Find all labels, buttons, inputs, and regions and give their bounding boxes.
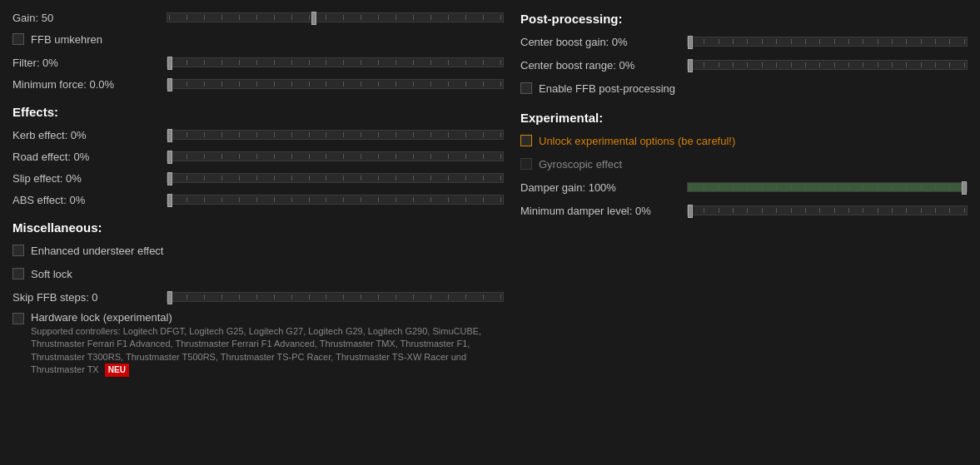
center-boost-gain-row: Center boost gain: 0% [520, 32, 968, 51]
filter-row: Filter: 0% [12, 53, 504, 72]
hardware-lock-checkbox[interactable] [12, 313, 24, 324]
skip-ffb-label: Skip FFB steps: 0 [12, 291, 158, 304]
kerb-effect-ticks [167, 131, 503, 139]
damper-gain-slider[interactable] [687, 182, 968, 192]
road-effect-row: Road effect: 0% [12, 147, 504, 166]
filter-ticks [167, 58, 503, 67]
center-boost-range-row: Center boost range: 0% [520, 56, 968, 74]
slip-effect-row: Slip effect: 0% [12, 169, 504, 187]
enable-ffb-checkbox[interactable] [520, 82, 532, 94]
ffb-umkehren-row: FFB umkehren [12, 30, 504, 48]
kerb-effect-thumb[interactable] [167, 129, 172, 142]
hardware-lock-row: Hardware lock (experimental) Supported c… [12, 311, 504, 377]
abs-effect-thumb[interactable] [167, 194, 172, 207]
kerb-effect-label: Kerb effect: 0% [12, 129, 158, 141]
skip-ffb-thumb[interactable] [167, 291, 172, 304]
soft-lock-checkbox[interactable] [12, 268, 24, 279]
kerb-effect-row: Kerb effect: 0% [12, 126, 504, 144]
soft-lock-row: Soft lock [12, 265, 504, 283]
road-effect-slider[interactable] [167, 151, 504, 161]
minimum-damper-label: Minimum damper level: 0% [520, 205, 687, 217]
neu-badge: NEU [105, 364, 129, 377]
gyroscopic-row: Gyroscopic effect [520, 155, 968, 173]
abs-effect-ticks [167, 195, 503, 204]
misc-title: Miscellaneous: [12, 220, 504, 235]
gain-ticks [167, 13, 503, 22]
slip-effect-slider[interactable] [167, 173, 504, 183]
soft-lock-label: Soft lock [31, 268, 72, 280]
minimum-damper-slider[interactable] [687, 205, 968, 215]
gain-thumb[interactable] [311, 12, 316, 25]
hardware-lock-content: Hardware lock (experimental) Supported c… [31, 311, 504, 377]
enhanced-understeer-checkbox[interactable] [12, 245, 24, 256]
unlock-experimental-checkbox[interactable] [520, 135, 532, 146]
center-boost-gain-label: Center boost gain: 0% [520, 36, 687, 48]
center-boost-range-label: Center boost range: 0% [520, 59, 687, 72]
unlock-experimental-label: Unlock experimental options (be careful!… [539, 135, 735, 147]
road-effect-ticks [167, 152, 503, 161]
minimum-damper-row: Minimum damper level: 0% [520, 201, 968, 220]
minimum-force-thumb[interactable] [167, 78, 172, 92]
minimum-force-row: Minimum force: 0.0% [12, 75, 504, 93]
hardware-lock-title: Hardware lock (experimental) [31, 311, 504, 324]
road-effect-thumb[interactable] [167, 151, 172, 164]
ffb-umkehren-checkbox[interactable] [12, 33, 24, 45]
hardware-lock-desc: Supported controllers: Logitech DFGT, Lo… [31, 325, 504, 377]
damper-gain-row: Damper gain: 100% [520, 178, 968, 196]
filter-thumb[interactable] [167, 57, 172, 70]
minimum-force-slider[interactable] [167, 79, 504, 89]
center-boost-gain-thumb[interactable] [688, 36, 693, 49]
left-panel: Gain: 50 FFB umkehren Filter: 0% [12, 8, 504, 457]
filter-label: Filter: 0% [12, 57, 158, 69]
right-panel: Post-processing: Center boost gain: 0% C… [520, 8, 968, 457]
enable-ffb-row: Enable FFB post-processing [520, 79, 968, 97]
gyroscopic-label: Gyroscopic effect [539, 158, 622, 171]
abs-effect-label: ABS effect: 0% [12, 194, 158, 206]
filter-slider[interactable] [167, 57, 504, 67]
gyroscopic-checkbox[interactable] [520, 158, 532, 170]
center-boost-range-slider[interactable] [687, 60, 968, 70]
gain-slider[interactable] [167, 12, 504, 22]
slip-effect-ticks [167, 174, 503, 182]
gain-row: Gain: 50 [12, 8, 504, 27]
effects-title: Effects: [12, 105, 504, 119]
ffb-umkehren-label: FFB umkehren [31, 33, 102, 46]
gain-label: Gain: 50 [12, 12, 158, 24]
abs-effect-slider[interactable] [167, 195, 504, 205]
kerb-effect-slider[interactable] [167, 130, 504, 140]
damper-gain-thumb[interactable] [962, 181, 967, 195]
post-processing-title: Post-processing: [520, 12, 968, 26]
enhanced-understeer-label: Enhanced understeer effect [31, 245, 164, 257]
center-boost-gain-slider[interactable] [687, 37, 968, 47]
abs-effect-row: ABS effect: 0% [12, 190, 504, 209]
minimum-force-ticks [167, 80, 503, 88]
minimum-damper-thumb[interactable] [688, 205, 693, 218]
enhanced-understeer-row: Enhanced understeer effect [12, 241, 504, 260]
slip-effect-label: Slip effect: 0% [12, 172, 158, 185]
enable-ffb-label: Enable FFB post-processing [539, 82, 675, 95]
center-boost-range-thumb[interactable] [688, 59, 693, 72]
damper-gain-label: Damper gain: 100% [520, 181, 687, 194]
slip-effect-thumb[interactable] [167, 172, 172, 186]
unlock-experimental-row: Unlock experimental options (be careful!… [520, 131, 968, 150]
skip-ffb-ticks [167, 293, 503, 301]
experimental-title: Experimental: [520, 111, 968, 125]
road-effect-label: Road effect: 0% [12, 151, 158, 163]
skip-ffb-row: Skip FFB steps: 0 [12, 288, 504, 306]
minimum-force-label: Minimum force: 0.0% [12, 78, 158, 91]
skip-ffb-slider[interactable] [167, 292, 504, 302]
